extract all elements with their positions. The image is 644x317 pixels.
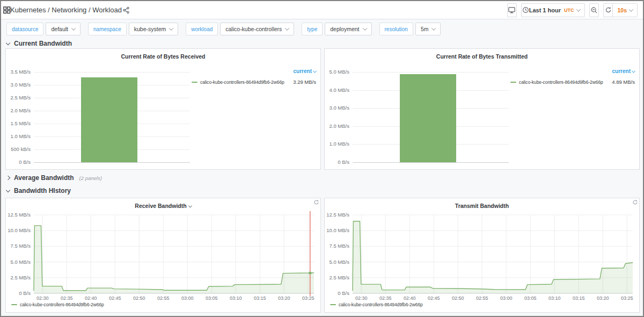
legend-row: calico-kube-controllers-86494d9fb6-2w66p…	[192, 79, 316, 85]
filter-value-dropdown[interactable]: deployment	[325, 23, 371, 35]
dashboard-title: Kubernetes / Networking / Workload	[10, 6, 122, 14]
y-axis-tick-label: 3.0 MB/s	[325, 105, 349, 111]
filter-label: datasource	[6, 23, 43, 35]
panel-receive-bandwidth: Receive Bandwidth 02:3002:3502:4002:4502…	[5, 198, 321, 313]
bar-chart-received[interactable]: 0 B/s500 kB/s1.0 MB/s1.5 MB/s2.0 MB/s2.5…	[6, 64, 195, 169]
y-axis-tick-label: 0 B/s	[6, 291, 31, 296]
plot-area[interactable]	[353, 210, 633, 302]
filter-type: type deployment	[302, 23, 371, 35]
y-axis-tick-label: 5.0 MB/s	[325, 260, 349, 265]
legend-sort-current[interactable]: current	[510, 68, 635, 74]
x-axis-tick-label: 02:30	[31, 296, 54, 301]
y-axis-tick-label: 1.0 MB/s	[6, 134, 31, 139]
x-axis-tick-label: 02:35	[374, 296, 397, 301]
x-axis-tick-label: 02:40	[79, 296, 103, 301]
series-area-fill	[353, 221, 633, 293]
series-point-marker	[309, 271, 311, 274]
series-color-dash	[192, 82, 197, 83]
time-picker-button[interactable]: Last 1 hour UTC	[521, 3, 586, 17]
section-bandwidth-history[interactable]: Bandwidth HIstory	[6, 186, 638, 196]
filter-value-dropdown[interactable]: 5m	[415, 23, 441, 35]
chevron-down-icon	[362, 26, 367, 30]
series-color-dash	[11, 304, 17, 305]
x-axis-tick-label: 03:15	[567, 296, 590, 301]
grid-line	[353, 72, 509, 73]
time-series-chart-transmit[interactable]: 02:3002:3502:4002:4502:5002:5503:0003:05…	[325, 210, 640, 306]
toolbar: Last 1 hour UTC 10s	[507, 3, 638, 17]
refresh-interval-label: 10s	[617, 7, 627, 13]
y-axis-tick-label: 2.5 MB/s	[6, 95, 31, 100]
timezone-label: UTC	[564, 8, 574, 13]
y-axis-tick-label: 3.5 MB/s	[6, 69, 31, 75]
chevron-down-icon	[629, 7, 633, 11]
section-average-bandwidth[interactable]: Average Bandwidth (2 panels)	[6, 173, 638, 183]
panel-title[interactable]: Receive Bandwidth	[6, 203, 320, 209]
dashboard-header: Kubernetes / Networking / Workload Last …	[1, 1, 643, 19]
y-axis-tick-label: 1.0 MB/s	[325, 141, 349, 147]
series-name[interactable]: calico-kube-controllers-86494d9fb6-2w66p	[200, 80, 290, 85]
legend-sort-current[interactable]: current	[192, 68, 316, 74]
y-axis-tick-label: 12.5 MB/s	[325, 212, 349, 218]
y-axis-tick-label: 2.0 MB/s	[6, 108, 31, 113]
x-axis-tick-label: 02:45	[103, 296, 127, 301]
x-axis-tick-label: 02:55	[151, 296, 175, 301]
panel-legend: current calico-kube-controllers-86494d9f…	[192, 68, 316, 85]
x-axis-tick-label: 03:20	[591, 296, 614, 301]
y-axis-tick-label: 2.0 MB/s	[325, 124, 349, 129]
series-name[interactable]: calico-kube-controllers-86494d9fb6-2w66p	[339, 302, 423, 307]
y-axis-tick-label: 2.5 MB/s	[6, 275, 31, 280]
plot-area[interactable]	[34, 210, 314, 302]
y-axis-tick-label: 5.0 MB/s	[325, 69, 349, 75]
panel-current-rate-received: Current Rate of Bytes Received 0 B/s500 …	[5, 48, 321, 170]
grid-line	[34, 162, 190, 163]
y-axis-tick-label: 7.5 MB/s	[6, 243, 31, 249]
panel-current-rate-transmitted: Current Rate of Bytes Transmitted 0 B/s1…	[324, 48, 640, 170]
series-name[interactable]: calico-kube-controllers-86494d9fb6-2w66p	[20, 302, 104, 307]
panel-title[interactable]: Current Rate of Bytes Transmitted	[325, 53, 639, 60]
refresh-interval-picker[interactable]: 10s	[612, 4, 637, 17]
series-color-dash	[330, 304, 336, 305]
x-axis-tick-label: 03:20	[272, 296, 296, 301]
filter-value-dropdown[interactable]: kube-system	[129, 23, 179, 35]
panel-legend: calico-kube-controllers-86494d9fb6-2w66p	[11, 302, 104, 307]
chevron-down-icon	[285, 26, 289, 30]
template-variables-bar: datasource default namespace kube-system…	[1, 20, 643, 38]
refresh-button[interactable]	[604, 4, 612, 17]
x-axis-tick-label: 02:50	[127, 296, 151, 301]
current-value-bar	[81, 77, 137, 162]
x-axis-tick-label: 03:15	[248, 296, 272, 301]
x-axis-tick-label: 02:30	[349, 296, 373, 301]
chevron-down-icon	[632, 69, 635, 73]
x-axis-tick-label: 03:05	[518, 296, 542, 301]
x-axis-tick-label: 02:50	[446, 296, 470, 301]
filter-namespace: namespace kube-system	[88, 23, 178, 35]
series-line	[34, 226, 314, 291]
bar-chart-transmitted[interactable]: 0 B/s1.0 MB/s2.0 MB/s3.0 MB/s4.0 MB/s5.0…	[325, 64, 514, 169]
cycle-view-mode-button[interactable]	[507, 3, 517, 17]
chevron-right-icon	[6, 176, 10, 180]
time-series-chart-receive[interactable]: 02:3002:3502:4002:4502:5002:5503:0003:05…	[6, 210, 321, 306]
zoom-out-button[interactable]	[589, 3, 599, 17]
x-axis-tick-label: 03:25	[296, 296, 320, 301]
section-current-bandwidth[interactable]: Current Bandwidth	[6, 39, 638, 48]
filter-value-dropdown[interactable]: calico-kube-controllers	[220, 23, 294, 35]
legend-row: calico-kube-controllers-86494d9fb6-2w66p…	[510, 79, 635, 85]
filter-value-dropdown[interactable]: default	[46, 23, 80, 35]
y-axis-tick-label: 4.0 MB/s	[325, 88, 349, 93]
y-axis-tick-label: 3.0 MB/s	[6, 82, 31, 88]
panel-title[interactable]: Current Rate of Bytes Received	[6, 53, 320, 60]
x-axis-tick-label: 03:10	[224, 296, 247, 301]
filter-workload: workload calico-kube-controllers	[186, 23, 294, 35]
series-name[interactable]: calico-kube-controllers-86494d9fb6-2w66p	[519, 80, 609, 85]
filter-resolution: resolution 5m	[379, 23, 441, 35]
y-axis-tick-label: 2.5 MB/s	[325, 275, 349, 280]
section-panel-count: (2 panels)	[79, 175, 102, 181]
series-area-fill	[34, 226, 314, 293]
x-axis-tick-label: 03:05	[200, 296, 223, 301]
panel-transmit-bandwidth: Transmit Bandwidth 02:3002:3502:4002:450…	[324, 198, 640, 313]
panel-title[interactable]: Transmit Bandwidth	[325, 203, 639, 209]
chevron-down-icon	[431, 26, 436, 30]
filter-label: workload	[186, 23, 218, 35]
time-range-label: Last 1 hour	[529, 7, 561, 13]
x-axis-tick-label: 03:00	[494, 296, 518, 301]
